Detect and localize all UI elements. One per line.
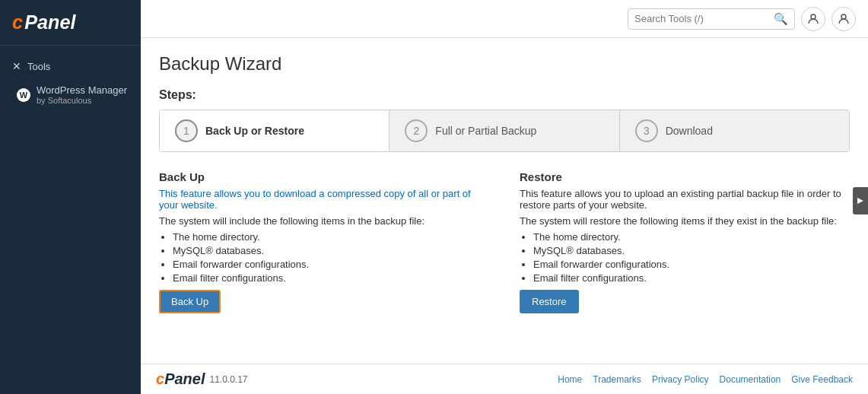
steps-label: Steps: — [159, 88, 850, 102]
sidebar: c Panel ✕ Tools W WordPress Manager by S… — [0, 0, 141, 394]
footer-version: 11.0.0.17 — [209, 374, 247, 385]
backup-description: This feature allows you to download a co… — [159, 188, 489, 211]
footer-link-trademarks[interactable]: Trademarks — [593, 374, 641, 385]
person-icon — [807, 13, 819, 25]
sidebar-softaculous-label: by Softaculous — [37, 96, 127, 105]
sidebar-nav: ✕ Tools W WordPress Manager by Softaculo… — [0, 46, 141, 118]
step-3-circle: 3 — [635, 119, 658, 142]
restore-description: This feature allows you to upload an exi… — [520, 188, 850, 211]
sidebar-item-tools[interactable]: ✕ Tools — [0, 53, 141, 79]
svg-text:c: c — [12, 11, 23, 33]
backup-items-list: The home directory. MySQL® databases. Em… — [173, 231, 489, 284]
svg-point-3 — [841, 14, 846, 19]
footer-link-home[interactable]: Home — [558, 374, 582, 385]
sidebar-logo: c Panel — [0, 0, 141, 46]
step-1[interactable]: 1 Back Up or Restore — [160, 110, 389, 151]
steps-bar: 1 Back Up or Restore 2 Full or Partial B… — [159, 110, 850, 152]
list-item: Email filter configurations. — [173, 272, 489, 284]
backup-column: Back Up This feature allows you to downl… — [159, 170, 512, 313]
footer-link-privacy[interactable]: Privacy Policy — [652, 374, 709, 385]
backup-button[interactable]: Back Up — [159, 290, 221, 313]
search-input[interactable] — [634, 13, 774, 24]
wordpress-icon: W — [17, 88, 30, 102]
content-columns: Back Up This feature allows you to downl… — [159, 170, 850, 313]
step-1-circle: 1 — [175, 119, 198, 142]
step-2-circle: 2 — [405, 119, 428, 142]
step-3-label: Download — [666, 125, 713, 137]
tools-icon: ✕ — [12, 60, 21, 72]
restore-button[interactable]: Restore — [520, 290, 579, 313]
account-icon — [838, 13, 850, 25]
step-1-label: Back Up or Restore — [205, 125, 304, 137]
top-header: 🔍 — [141, 0, 868, 38]
list-item: The home directory. — [533, 231, 850, 243]
step-2-label: Full or Partial Backup — [435, 125, 536, 137]
search-box: 🔍 — [628, 8, 795, 30]
restore-system-note: The system will restore the following it… — [520, 215, 850, 227]
list-item: MySQL® databases. — [173, 245, 489, 256]
sidebar-wp-labels: WordPress Manager by Softaculous — [37, 84, 127, 105]
sidebar-wp-label: WordPress Manager — [37, 84, 127, 96]
footer-link-documentation[interactable]: Documentation — [720, 374, 781, 385]
footer: cPanel 11.0.0.17 Home Trademarks Privacy… — [141, 364, 868, 394]
sidebar-tools-label: Tools — [27, 61, 50, 72]
footer-logo: cPanel 11.0.0.17 — [156, 370, 248, 388]
list-item: Email filter configurations. — [533, 272, 850, 284]
footer-link-feedback[interactable]: Give Feedback — [791, 374, 853, 385]
main-content: 🔍 Backup Wizard Steps: — [141, 0, 868, 394]
page-title: Backup Wizard — [159, 53, 850, 75]
restore-items-list: The home directory. MySQL® databases. Em… — [533, 231, 850, 284]
page-body: Backup Wizard Steps: 1 Back Up or Restor… — [141, 38, 868, 364]
account-icon-button[interactable] — [831, 7, 856, 31]
sidebar-item-wordpress[interactable]: W WordPress Manager by Softaculous — [0, 79, 141, 110]
list-item: MySQL® databases. — [533, 245, 850, 256]
cpanel-logo-svg: c Panel — [12, 11, 81, 33]
footer-cpanel-text: cPanel — [156, 370, 205, 388]
svg-text:Panel: Panel — [24, 11, 76, 33]
edge-tab-icon — [856, 196, 865, 205]
user-icon-button[interactable] — [801, 7, 825, 31]
backup-system-note: The system will include the following it… — [159, 215, 489, 227]
search-button[interactable]: 🔍 — [774, 12, 788, 26]
step-2[interactable]: 2 Full or Partial Backup — [389, 110, 619, 151]
backup-title: Back Up — [159, 170, 489, 183]
step-3[interactable]: 3 Download — [620, 110, 849, 151]
list-item: The home directory. — [173, 231, 489, 243]
right-edge-tab[interactable] — [853, 187, 868, 214]
restore-column: Restore This feature allows you to uploa… — [512, 170, 850, 313]
list-item: Email forwarder configurations. — [533, 259, 850, 270]
footer-links: Home Trademarks Privacy Policy Documenta… — [558, 374, 853, 385]
list-item: Email forwarder configurations. — [173, 259, 489, 270]
svg-point-2 — [811, 14, 816, 19]
restore-title: Restore — [520, 170, 850, 183]
